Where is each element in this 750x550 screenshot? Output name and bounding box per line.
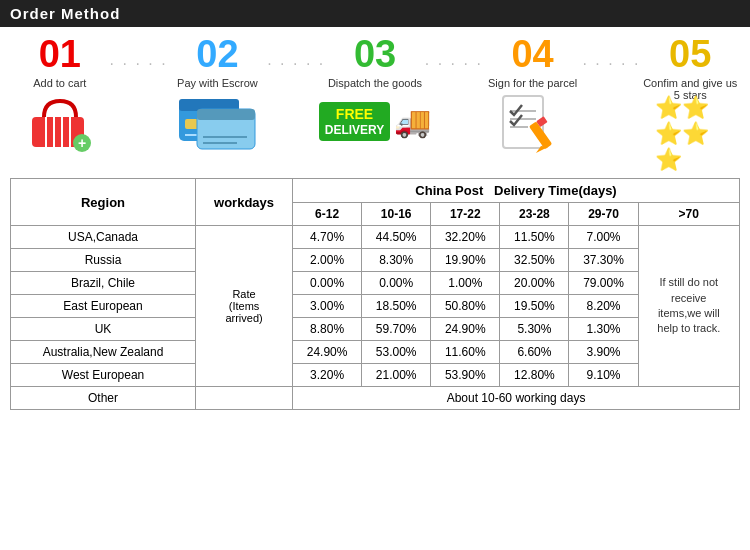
region-brazil-chile: Brazil, Chile bbox=[11, 272, 196, 295]
table-row: USA,Canada Rate(Itemsarrived) 4.70% 44.5… bbox=[11, 226, 740, 249]
australia-10-16: 53.00% bbox=[362, 341, 431, 364]
usa-canada-29-70: 7.00% bbox=[569, 226, 638, 249]
col-10-16: 10-16 bbox=[362, 203, 431, 226]
step-5: 05 Confim and give us 5 stars ⭐ ⭐ ⭐ ⭐ ⭐ bbox=[640, 35, 740, 166]
uk-10-16: 59.70% bbox=[362, 318, 431, 341]
delivery-table: Region workdays China Post Delivery Time… bbox=[10, 178, 740, 410]
west-european-10-16: 21.00% bbox=[362, 364, 431, 387]
note-cell: If still do notreceiveitems,we willhelp … bbox=[638, 226, 739, 387]
west-european-23-28: 12.80% bbox=[500, 364, 569, 387]
region-usa-canada: USA,Canada bbox=[11, 226, 196, 249]
region-header: Region bbox=[11, 179, 196, 226]
col-gt70: >70 bbox=[638, 203, 739, 226]
region-uk: UK bbox=[11, 318, 196, 341]
usa-canada-6-12: 4.70% bbox=[293, 226, 362, 249]
usa-canada-10-16: 44.50% bbox=[362, 226, 431, 249]
basket-icon: + bbox=[24, 89, 96, 154]
step-4: 04 Sign for the parcel bbox=[483, 35, 583, 154]
east-european-29-70: 8.20% bbox=[569, 295, 638, 318]
document-check-icon bbox=[498, 91, 568, 153]
table-section: Region workdays China Post Delivery Time… bbox=[0, 170, 750, 415]
star-2: ⭐ bbox=[682, 95, 709, 121]
step-3-number: 03 bbox=[354, 35, 396, 73]
rate-cell: Rate(Itemsarrived) bbox=[196, 226, 293, 387]
step-4-label: Sign for the parcel bbox=[488, 77, 577, 89]
arrow-2: · · · · · bbox=[267, 35, 325, 73]
arrow-3: · · · · · bbox=[425, 35, 483, 73]
china-post-label: China Post bbox=[415, 183, 483, 198]
east-european-10-16: 18.50% bbox=[362, 295, 431, 318]
russia-6-12: 2.00% bbox=[293, 249, 362, 272]
step-2-icon bbox=[177, 89, 257, 154]
table-row: Australia,New Zealand 24.90% 53.00% 11.6… bbox=[11, 341, 740, 364]
table-row-other: Other About 10-60 working days bbox=[11, 387, 740, 410]
step-1-number: 01 bbox=[39, 35, 81, 73]
brazil-29-70: 79.00% bbox=[569, 272, 638, 295]
header-title: Order Method bbox=[10, 5, 120, 22]
star-3: ⭐ bbox=[655, 121, 682, 147]
step-3-icon: FREE DELIVERY 🚚 bbox=[335, 89, 415, 154]
star-1: ⭐ bbox=[655, 95, 682, 121]
svg-text:+: + bbox=[78, 135, 86, 151]
west-european-17-22: 53.90% bbox=[431, 364, 500, 387]
australia-29-70: 3.90% bbox=[569, 341, 638, 364]
star-5: ⭐ bbox=[655, 147, 682, 173]
russia-10-16: 8.30% bbox=[362, 249, 431, 272]
china-post-delivery-header: China Post Delivery Time(days) bbox=[293, 179, 740, 203]
table-row: West European 3.20% 21.00% 53.90% 12.80%… bbox=[11, 364, 740, 387]
svg-rect-15 bbox=[197, 109, 255, 120]
table-row: Russia 2.00% 8.30% 19.90% 32.50% 37.30% bbox=[11, 249, 740, 272]
workdays-header: workdays bbox=[196, 179, 293, 226]
brazil-23-28: 20.00% bbox=[500, 272, 569, 295]
russia-29-70: 37.30% bbox=[569, 249, 638, 272]
region-west-european: West European bbox=[11, 364, 196, 387]
step-2: 02 Pay with Escrow bbox=[168, 35, 268, 154]
page-header: Order Method bbox=[0, 0, 750, 27]
brazil-6-12: 0.00% bbox=[293, 272, 362, 295]
region-east-european: East European bbox=[11, 295, 196, 318]
brazil-17-22: 1.00% bbox=[431, 272, 500, 295]
other-note: About 10-60 working days bbox=[293, 387, 740, 410]
step-4-icon bbox=[493, 89, 573, 154]
steps-section: 01 Add to cart + · · · · · 02 bbox=[0, 27, 750, 170]
step-1-label: Add to cart bbox=[33, 77, 86, 89]
east-european-17-22: 50.80% bbox=[431, 295, 500, 318]
west-european-6-12: 3.20% bbox=[293, 364, 362, 387]
step-2-label: Pay with Escrow bbox=[177, 77, 258, 89]
australia-17-22: 11.60% bbox=[431, 341, 500, 364]
other-workdays bbox=[196, 387, 293, 410]
usa-canada-17-22: 32.20% bbox=[431, 226, 500, 249]
step-1-icon: + bbox=[20, 89, 100, 154]
step-4-number: 04 bbox=[511, 35, 553, 73]
step-1: 01 Add to cart + bbox=[10, 35, 110, 154]
step-2-number: 02 bbox=[196, 35, 238, 73]
region-australia-nz: Australia,New Zealand bbox=[11, 341, 196, 364]
uk-29-70: 1.30% bbox=[569, 318, 638, 341]
uk-23-28: 5.30% bbox=[500, 318, 569, 341]
step-3-label: Dispatch the goods bbox=[328, 77, 422, 89]
region-russia: Russia bbox=[11, 249, 196, 272]
step-3: 03 Dispatch the goods FREE DELIVERY 🚚 bbox=[325, 35, 425, 154]
brazil-10-16: 0.00% bbox=[362, 272, 431, 295]
usa-canada-23-28: 11.50% bbox=[500, 226, 569, 249]
russia-17-22: 19.90% bbox=[431, 249, 500, 272]
table-row: UK 8.80% 59.70% 24.90% 5.30% 1.30% bbox=[11, 318, 740, 341]
region-other: Other bbox=[11, 387, 196, 410]
east-european-23-28: 19.50% bbox=[500, 295, 569, 318]
stars-icon: ⭐ ⭐ ⭐ ⭐ ⭐ bbox=[655, 95, 725, 173]
arrow-1: · · · · · bbox=[110, 35, 168, 73]
step-5-number: 05 bbox=[669, 35, 711, 73]
uk-6-12: 8.80% bbox=[293, 318, 362, 341]
uk-17-22: 24.90% bbox=[431, 318, 500, 341]
west-european-29-70: 9.10% bbox=[569, 364, 638, 387]
col-29-70: 29-70 bbox=[569, 203, 638, 226]
free-delivery-wrap: FREE DELIVERY 🚚 bbox=[319, 102, 432, 141]
table-header-row-1: Region workdays China Post Delivery Time… bbox=[11, 179, 740, 203]
russia-23-28: 32.50% bbox=[500, 249, 569, 272]
credit-card-icon bbox=[177, 93, 257, 151]
australia-23-28: 6.60% bbox=[500, 341, 569, 364]
truck-icon: 🚚 bbox=[394, 104, 431, 139]
col-6-12: 6-12 bbox=[293, 203, 362, 226]
star-4: ⭐ bbox=[682, 121, 709, 147]
arrow-4: · · · · · bbox=[582, 35, 640, 73]
